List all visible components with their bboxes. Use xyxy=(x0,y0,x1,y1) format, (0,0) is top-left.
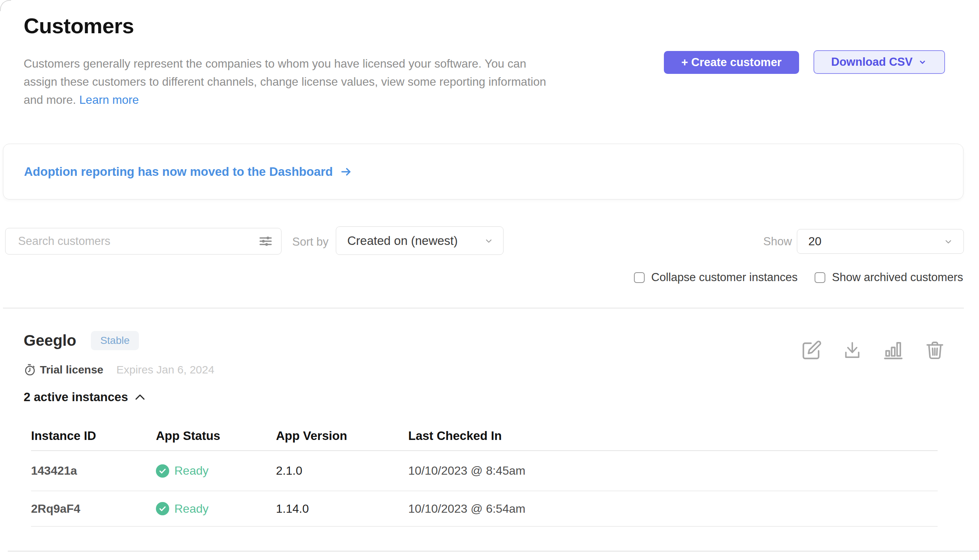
panel-corner xyxy=(0,0,11,11)
show-archived-label: Show archived customers xyxy=(832,271,963,284)
edit-customer-button[interactable] xyxy=(802,340,822,360)
clock-icon xyxy=(23,363,36,376)
trash-icon xyxy=(925,340,945,360)
bar-chart-icon xyxy=(882,340,904,360)
instance-id-cell: 143421a xyxy=(31,451,156,491)
customer-name[interactable]: Geeglo xyxy=(23,332,76,350)
status-label: Ready xyxy=(174,502,209,516)
app-status-cell: Ready xyxy=(156,451,276,491)
last-checked-in-cell: 10/10/2023 @ 8:45am xyxy=(408,451,937,491)
description-text: and more. xyxy=(23,93,76,107)
archive-customer-button[interactable] xyxy=(925,340,945,360)
download-csv-button[interactable]: Download CSV xyxy=(814,50,945,74)
status-ready-icon xyxy=(156,502,169,515)
customer-actions xyxy=(802,340,945,360)
license-expires: Expires Jan 6, 2024 xyxy=(117,363,214,376)
search-customers-field xyxy=(5,228,282,255)
adoption-banner-text: Adoption reporting has now moved to the … xyxy=(24,165,333,179)
app-status-cell: Ready xyxy=(156,491,276,527)
status-label: Ready xyxy=(174,464,209,478)
sort-select-value: Created on (newest) xyxy=(347,234,458,248)
show-archived-checkbox[interactable] xyxy=(815,272,825,283)
search-input[interactable] xyxy=(5,228,282,255)
description-line: assign these customers to different chan… xyxy=(23,73,546,91)
description-line: Customers generally represent the compan… xyxy=(23,55,546,73)
chevron-up-icon xyxy=(134,392,146,402)
section-divider xyxy=(3,308,964,308)
show-label: Show xyxy=(763,235,792,248)
adoption-banner: Adoption reporting has now moved to the … xyxy=(3,144,964,200)
show-count-select[interactable]: 20 xyxy=(797,229,964,254)
page-title: Customers xyxy=(23,13,134,38)
column-header-instance-id: Instance ID xyxy=(31,421,156,451)
collapse-instances-label: Collapse customer instances xyxy=(651,271,797,284)
chevron-down-icon xyxy=(918,57,927,67)
page-description: Customers generally represent the compan… xyxy=(23,55,546,109)
learn-more-link[interactable]: Learn more xyxy=(79,93,139,107)
active-instances-summary: 2 active instances xyxy=(23,390,128,404)
description-line: and more. Learn more xyxy=(23,91,546,109)
collapse-instances-option[interactable]: Collapse customer instances xyxy=(634,271,797,284)
last-checked-in-cell: 10/10/2023 @ 6:54am xyxy=(408,491,937,527)
status-ready-icon xyxy=(156,464,169,478)
column-header-last-checked-in: Last Checked In xyxy=(408,421,937,451)
page-bottom-divider xyxy=(8,551,979,552)
license-info-row: Trial license Expires Jan 6, 2024 xyxy=(23,363,103,376)
license-type: Trial license xyxy=(40,363,103,376)
customer-header: Geeglo Stable xyxy=(23,331,139,350)
list-options-row: Collapse customer instances Show archive… xyxy=(634,271,963,284)
create-customer-button[interactable]: + Create customer xyxy=(664,51,799,74)
edit-icon xyxy=(802,340,822,360)
download-icon xyxy=(843,340,862,360)
collapse-instances-checkbox[interactable] xyxy=(634,272,645,283)
chevron-down-icon xyxy=(943,236,954,247)
filter-sliders-icon[interactable] xyxy=(258,233,274,249)
app-version-cell: 1.14.0 xyxy=(276,491,408,527)
show-archived-option[interactable]: Show archived customers xyxy=(815,271,963,284)
download-csv-label: Download CSV xyxy=(831,55,912,69)
download-license-button[interactable] xyxy=(843,340,862,360)
show-select-value: 20 xyxy=(808,235,822,248)
customers-page: Customers Customers generally represent … xyxy=(0,0,979,560)
adoption-banner-link[interactable]: Adoption reporting has now moved to the … xyxy=(24,165,354,179)
chevron-down-icon xyxy=(483,235,494,247)
instances-table: Instance ID App Status App Version Last … xyxy=(31,421,937,527)
app-version-cell: 2.1.0 xyxy=(276,451,408,491)
sort-by-label: Sort by xyxy=(292,235,329,248)
channel-badge: Stable xyxy=(91,331,138,350)
customer-reporting-button[interactable] xyxy=(882,340,904,360)
column-header-app-version: App Version xyxy=(276,421,408,451)
active-instances-toggle[interactable]: 2 active instances xyxy=(23,390,146,404)
instance-id-cell: 2Rq9aF4 xyxy=(31,491,156,527)
column-header-app-status: App Status xyxy=(156,421,276,451)
arrow-right-icon xyxy=(339,165,354,178)
sort-select[interactable]: Created on (newest) xyxy=(336,227,504,255)
